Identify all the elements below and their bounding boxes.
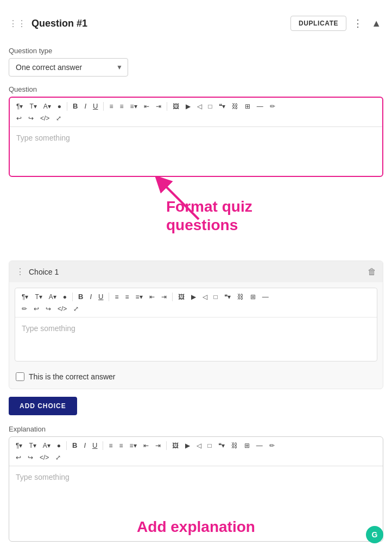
ol-btn[interactable]: ≡ bbox=[117, 101, 125, 111]
file-btn[interactable]: □ bbox=[206, 101, 214, 111]
pen-btn[interactable]: ✏ bbox=[268, 101, 277, 111]
choice-placeholder: Type something bbox=[22, 324, 75, 333]
ul-btn[interactable]: ≡ bbox=[107, 101, 115, 111]
c-outdent-btn[interactable]: ⇤ bbox=[147, 292, 157, 302]
annotation-wrapper: Format quizquestions bbox=[9, 181, 383, 252]
e-ol-btn[interactable]: ≡ bbox=[117, 441, 125, 451]
choice-editor-area[interactable]: Type something bbox=[15, 318, 377, 361]
text-color-btn[interactable]: A▾ bbox=[41, 101, 53, 111]
collapse-button[interactable]: ▲ bbox=[369, 16, 383, 31]
italic-btn[interactable]: I bbox=[82, 101, 88, 111]
c-table-btn[interactable]: ⊞ bbox=[248, 292, 258, 302]
outdent-btn[interactable]: ⇤ bbox=[142, 101, 151, 111]
expand-btn[interactable]: ⤢ bbox=[54, 113, 64, 123]
quote-btn[interactable]: ❝▾ bbox=[217, 101, 227, 111]
correct-answer-label: This is the correct answer bbox=[29, 372, 116, 381]
c-text-size-btn[interactable]: T▾ bbox=[33, 292, 44, 302]
c-divider-3 bbox=[172, 293, 173, 301]
indent-btn[interactable]: ⇥ bbox=[154, 101, 163, 111]
explanation-editor-container: ¶▾ T▾ A▾ ● B I U ≡ ≡ ≡▾ ⇤ ⇥ 🖼 ▶ bbox=[9, 436, 383, 542]
correct-answer-checkbox[interactable] bbox=[16, 372, 24, 381]
bold-btn[interactable]: B bbox=[71, 101, 80, 111]
explanation-label: Explanation bbox=[9, 425, 383, 433]
undo-btn[interactable]: ↩ bbox=[14, 113, 24, 123]
image-btn[interactable]: 🖼 bbox=[170, 101, 181, 111]
e-italic-btn[interactable]: I bbox=[81, 440, 88, 451]
c-paragraph-btn[interactable]: ¶▾ bbox=[20, 292, 30, 302]
e-paragraph-btn[interactable]: ¶▾ bbox=[14, 441, 24, 451]
hr-btn[interactable]: — bbox=[255, 101, 265, 111]
c-quote-btn[interactable]: ❝▾ bbox=[222, 292, 233, 302]
c-expand-btn[interactable]: ⤢ bbox=[71, 304, 81, 314]
e-text-size-btn[interactable]: T▾ bbox=[27, 441, 38, 451]
e-text-color-btn[interactable]: A▾ bbox=[41, 441, 53, 451]
e-hr-btn[interactable]: — bbox=[254, 441, 265, 451]
c-link-btn[interactable]: ⛓ bbox=[235, 292, 246, 302]
explanation-editor-area[interactable]: Type something bbox=[9, 466, 383, 510]
paragraph-btn[interactable]: ¶▾ bbox=[14, 101, 25, 111]
e-highlight-btn[interactable]: ● bbox=[55, 441, 63, 451]
redo-btn[interactable]: ↪ bbox=[26, 113, 36, 123]
e-divider-3 bbox=[166, 441, 167, 450]
c-highlight-btn[interactable]: ● bbox=[61, 292, 69, 302]
c-code-btn[interactable]: </> bbox=[55, 304, 69, 314]
question-type-select[interactable]: One correct answer Multiple correct answ… bbox=[9, 58, 128, 77]
c-align-btn[interactable]: ≡▾ bbox=[134, 292, 145, 302]
c-audio-btn[interactable]: ◁ bbox=[200, 292, 210, 302]
c-italic-btn[interactable]: I bbox=[87, 291, 94, 302]
e-ul-btn[interactable]: ≡ bbox=[106, 441, 115, 451]
e-video-btn[interactable]: ▶ bbox=[183, 441, 192, 451]
audio-btn[interactable]: ◁ bbox=[195, 101, 204, 111]
code-btn[interactable]: </> bbox=[38, 113, 52, 123]
c-divider-2 bbox=[109, 293, 109, 301]
text-size-btn[interactable]: T▾ bbox=[27, 101, 39, 111]
c-pen-btn[interactable]: ✏ bbox=[20, 304, 29, 314]
toolbar-row-1: ¶▾ T▾ A▾ ● B I U ≡ ≡ ≡▾ ⇤ ⇥ 🖼 ▶ bbox=[14, 101, 378, 111]
e-outdent-btn[interactable]: ⇤ bbox=[141, 441, 151, 451]
question-header-left: ⋮⋮ Question #1 bbox=[9, 18, 87, 29]
video-btn[interactable]: ▶ bbox=[184, 101, 193, 111]
c-image-btn[interactable]: 🖼 bbox=[176, 292, 187, 302]
e-underline-btn[interactable]: U bbox=[90, 440, 99, 451]
drag-handle-icon[interactable]: ⋮⋮ bbox=[9, 18, 26, 29]
e-link-btn[interactable]: ⛓ bbox=[229, 441, 240, 451]
e-audio-btn[interactable]: ◁ bbox=[194, 441, 204, 451]
e-undo-btn[interactable]: ↩ bbox=[14, 453, 23, 462]
e-table-btn[interactable]: ⊞ bbox=[242, 441, 252, 451]
c-video-btn[interactable]: ▶ bbox=[189, 292, 198, 302]
choice-drag-icon[interactable]: ⋮ bbox=[16, 267, 24, 277]
c-undo-btn[interactable]: ↩ bbox=[31, 304, 41, 314]
underline-btn[interactable]: U bbox=[91, 101, 100, 111]
c-bold-btn[interactable]: B bbox=[76, 291, 85, 302]
choice-delete-button[interactable]: 🗑 bbox=[368, 267, 376, 277]
e-bold-btn[interactable]: B bbox=[70, 440, 79, 451]
c-underline-btn[interactable]: U bbox=[96, 291, 105, 302]
table-btn[interactable]: ⊞ bbox=[243, 101, 252, 111]
e-file-btn[interactable]: □ bbox=[206, 441, 214, 451]
correct-answer-row: This is the correct answer bbox=[9, 367, 383, 389]
c-text-color-btn[interactable]: A▾ bbox=[47, 292, 59, 302]
c-hr-btn[interactable]: — bbox=[260, 292, 271, 302]
e-align-btn[interactable]: ≡▾ bbox=[128, 441, 139, 451]
link-btn[interactable]: ⛓ bbox=[230, 101, 241, 111]
highlight-btn[interactable]: ● bbox=[55, 101, 64, 111]
add-choice-button[interactable]: ADD CHOICE bbox=[9, 397, 77, 415]
e-expand-btn[interactable]: ⤢ bbox=[53, 453, 63, 462]
add-explanation-annotation: Add explanation bbox=[9, 510, 383, 541]
c-file-btn[interactable]: □ bbox=[212, 292, 220, 302]
c-indent-btn[interactable]: ⇥ bbox=[159, 292, 169, 302]
c-ul-btn[interactable]: ≡ bbox=[112, 292, 121, 302]
e-redo-btn[interactable]: ↪ bbox=[26, 453, 35, 462]
c-redo-btn[interactable]: ↪ bbox=[43, 304, 53, 314]
e-image-btn[interactable]: 🖼 bbox=[170, 441, 181, 451]
e-pen-btn[interactable]: ✏ bbox=[267, 441, 277, 451]
e-indent-btn[interactable]: ⇥ bbox=[153, 441, 163, 451]
align-btn[interactable]: ≡▾ bbox=[128, 101, 140, 111]
e-code-btn[interactable]: </> bbox=[37, 453, 51, 462]
question-editor-area[interactable]: Type something bbox=[10, 127, 382, 176]
more-options-button[interactable]: ⋮ bbox=[351, 15, 365, 31]
e-quote-btn[interactable]: ❝▾ bbox=[216, 441, 227, 451]
duplicate-button[interactable]: DUPLICATE bbox=[290, 16, 346, 31]
c-ol-btn[interactable]: ≡ bbox=[123, 292, 131, 302]
grammarly-button[interactable]: G bbox=[366, 526, 383, 543]
